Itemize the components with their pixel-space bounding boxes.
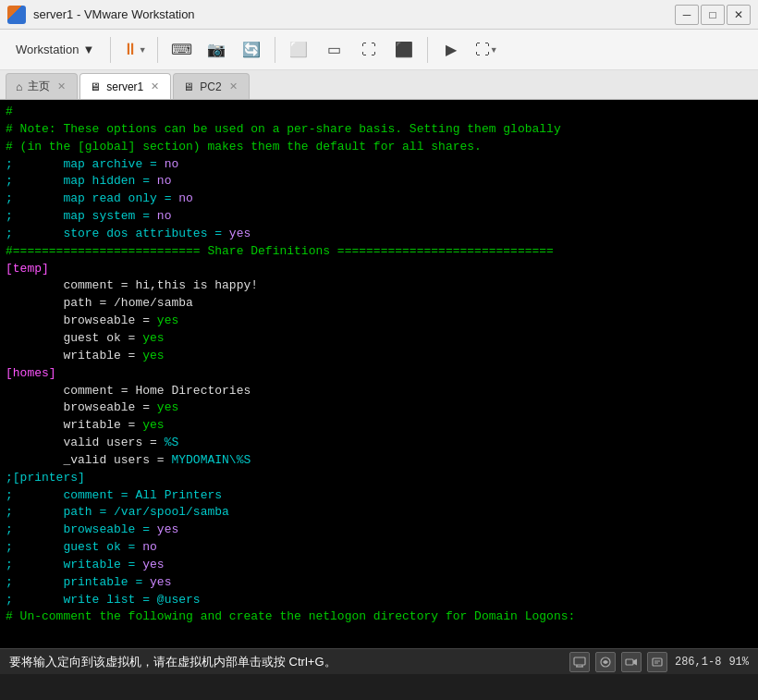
tab-server1-close[interactable]: ✕ xyxy=(149,80,161,93)
expand-button[interactable]: ⛶ ▼ xyxy=(471,34,502,66)
tab-home-close[interactable]: ✕ xyxy=(55,80,67,93)
tab-pc2[interactable]: 🖥 PC2 ✕ xyxy=(173,73,249,99)
console-button[interactable]: ▶ xyxy=(435,34,467,66)
toolbar-separator-1 xyxy=(110,37,111,63)
workstation-label: Workstation xyxy=(16,43,79,56)
tab-server1[interactable]: 🖥 server1 ✕ xyxy=(79,73,171,99)
status-icons xyxy=(569,652,667,672)
toolbar-separator-4 xyxy=(427,37,428,63)
snapshot-button[interactable]: 📷 xyxy=(201,34,232,66)
tab-server1-icon: 🖥 xyxy=(90,80,101,93)
toolbar-separator-2 xyxy=(157,37,158,63)
console-icon: ▶ xyxy=(446,41,457,58)
vim-percent: 91% xyxy=(728,656,749,669)
tab-pc2-close[interactable]: ✕ xyxy=(227,80,239,93)
status-right: 286,1-8 91% xyxy=(569,652,749,672)
pause-dropdown-arrow: ▼ xyxy=(139,45,147,55)
vim-position: 286,1-8 xyxy=(675,656,721,669)
send-ctrl-alt-del-button[interactable]: ⌨ xyxy=(165,34,197,66)
window-controls: ─ □ ✕ xyxy=(675,5,751,25)
svg-rect-0 xyxy=(574,657,585,665)
vm-status-icon-2[interactable] xyxy=(595,652,616,672)
app-icon xyxy=(7,6,26,24)
vm-status-icon-1[interactable] xyxy=(569,652,590,672)
revert-button[interactable]: 🔄 xyxy=(236,34,267,66)
vm-status-icon-3[interactable] xyxy=(621,652,642,672)
terminal-content: ## Note: These options can be used on a … xyxy=(0,100,758,648)
view-unity-icon: ▭ xyxy=(327,41,341,58)
title-bar: server1 - VMware Workstation ─ □ ✕ xyxy=(0,0,758,30)
tab-home-icon: ⌂ xyxy=(16,80,22,93)
toolbar-separator-3 xyxy=(275,37,275,63)
expand-dropdown-arrow: ▼ xyxy=(490,45,498,55)
close-button[interactable]: ✕ xyxy=(727,5,751,25)
tab-home[interactable]: ⌂ 主页 ✕ xyxy=(6,73,78,99)
snapshot-icon: 📷 xyxy=(207,41,226,58)
minimize-button[interactable]: ─ xyxy=(675,5,699,25)
view-no-borders-icon: ⬛ xyxy=(395,41,413,58)
terminal-area[interactable]: ## Note: These options can be used on a … xyxy=(0,100,758,648)
tabs-bar: ⌂ 主页 ✕ 🖥 server1 ✕ 🖥 PC2 ✕ xyxy=(0,70,758,100)
pause-icon: ⏸ xyxy=(122,40,139,59)
view-unity-button[interactable]: ▭ xyxy=(318,34,349,66)
toolbar: Workstation ▼ ⏸ ▼ ⌨ 📷 🔄 ⬜ ▭ ⛶ ⬛ ▶ ⛶ ▼ xyxy=(0,30,758,70)
maximize-button[interactable]: □ xyxy=(701,5,725,25)
view-normal-icon: ⬜ xyxy=(289,41,308,58)
view-fullscreen-icon: ⛶ xyxy=(361,42,376,58)
tab-home-label: 主页 xyxy=(28,79,50,94)
tab-server1-label: server1 xyxy=(106,80,143,93)
tab-pc2-label: PC2 xyxy=(200,80,221,93)
view-normal-button[interactable]: ⬜ xyxy=(283,34,314,66)
status-message: 要将输入定向到该虚拟机，请在虚拟机内部单击或按 Ctrl+G。 xyxy=(9,654,336,670)
expand-icon: ⛶ xyxy=(475,42,490,58)
vm-status-icon-4[interactable] xyxy=(647,652,667,672)
svg-rect-5 xyxy=(626,659,633,665)
tab-pc2-icon: 🖥 xyxy=(183,80,194,93)
view-no-borders-button[interactable]: ⬛ xyxy=(388,34,420,66)
svg-rect-6 xyxy=(653,658,662,666)
view-fullscreen-button[interactable]: ⛶ xyxy=(353,34,385,66)
status-bar: 要将输入定向到该虚拟机，请在虚拟机内部单击或按 Ctrl+G。 286,1-8 … xyxy=(0,648,758,674)
workstation-menu-button[interactable]: Workstation ▼ xyxy=(7,34,103,66)
workstation-dropdown-arrow: ▼ xyxy=(82,43,94,56)
revert-icon: 🔄 xyxy=(242,41,261,58)
window-title: server1 - VMware Workstation xyxy=(33,7,675,21)
pause-button[interactable]: ⏸ ▼ xyxy=(118,34,150,66)
send-ctrl-alt-del-icon: ⌨ xyxy=(171,41,192,58)
